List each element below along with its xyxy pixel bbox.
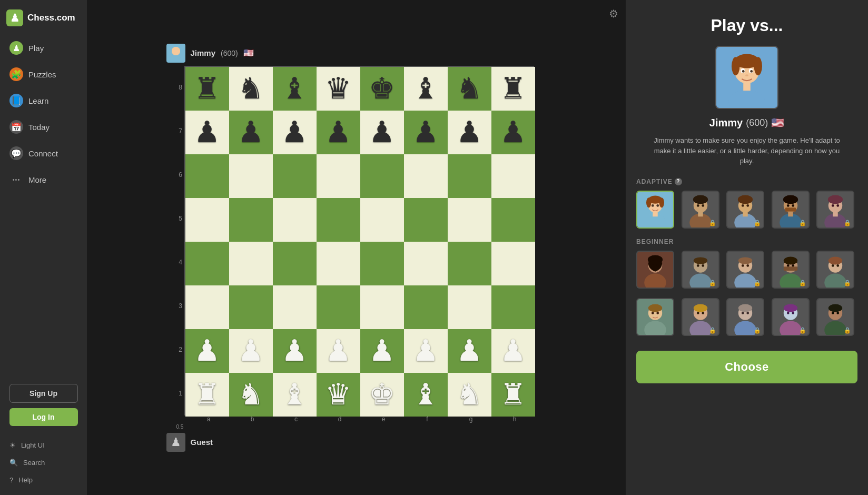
signup-button[interactable]: Sign Up bbox=[9, 384, 78, 403]
beginner-opponent-6[interactable] bbox=[636, 298, 674, 336]
board-cell-5-1[interactable] bbox=[229, 285, 273, 329]
board-cell-5-2[interactable] bbox=[273, 285, 317, 329]
board-cell-2-1[interactable] bbox=[229, 154, 273, 198]
beginner-opponent-7[interactable] bbox=[682, 298, 719, 336]
sidebar-item-play[interactable]: ♟ Play bbox=[0, 35, 87, 61]
board-cell-4-5[interactable] bbox=[404, 242, 448, 285]
adaptive-opponent-jimmy[interactable] bbox=[636, 191, 674, 229]
beginner-opponent-1[interactable] bbox=[636, 251, 674, 289]
board-cell-4-7[interactable] bbox=[491, 242, 535, 285]
board-cell-4-3[interactable] bbox=[317, 242, 360, 285]
board-cell-1-7[interactable]: ♟ bbox=[491, 111, 535, 154]
sidebar-item-connect[interactable]: 💬 Connect bbox=[0, 140, 87, 166]
board-cell-0-0[interactable]: ♜ bbox=[185, 67, 229, 111]
beginner-opponent-2[interactable] bbox=[682, 251, 719, 289]
board-cell-1-5[interactable]: ♟ bbox=[404, 111, 448, 154]
board-cell-3-1[interactable] bbox=[229, 198, 273, 242]
board-cell-6-4[interactable]: ♟ bbox=[360, 329, 404, 373]
beginner-opponent-3[interactable] bbox=[726, 251, 764, 289]
board-cell-1-4[interactable]: ♟ bbox=[360, 111, 404, 154]
login-button[interactable]: Log In bbox=[9, 408, 78, 426]
board-cell-7-2[interactable]: ♝ bbox=[273, 373, 317, 417]
beginner-opponent-4[interactable] bbox=[772, 251, 810, 289]
sidebar-item-help[interactable]: ? Help bbox=[0, 471, 87, 489]
board-cell-4-2[interactable] bbox=[273, 242, 317, 285]
board-cell-3-4[interactable] bbox=[360, 198, 404, 242]
board-cell-6-5[interactable]: ♟ bbox=[404, 329, 448, 373]
board-cell-2-7[interactable] bbox=[491, 154, 535, 198]
board-cell-5-5[interactable] bbox=[404, 285, 448, 329]
board-cell-3-5[interactable] bbox=[404, 198, 448, 242]
adaptive-opponent-5[interactable] bbox=[816, 191, 854, 229]
board-cell-6-3[interactable]: ♟ bbox=[317, 329, 360, 373]
board-cell-5-4[interactable] bbox=[360, 285, 404, 329]
settings-button[interactable]: ⚙ bbox=[609, 7, 618, 20]
board-cell-5-3[interactable] bbox=[317, 285, 360, 329]
board-cell-2-0[interactable] bbox=[185, 154, 229, 198]
chess-piece-bk: ♚ bbox=[369, 74, 395, 103]
board-cell-4-4[interactable] bbox=[360, 242, 404, 285]
sidebar-item-puzzles[interactable]: 🧩 Puzzles bbox=[0, 61, 87, 87]
board-cell-1-1[interactable]: ♟ bbox=[229, 111, 273, 154]
board-cell-6-7[interactable]: ♟ bbox=[491, 329, 535, 373]
board-cell-2-3[interactable] bbox=[317, 154, 360, 198]
board-cell-7-4[interactable]: ♚ bbox=[360, 373, 404, 417]
board-cell-3-0[interactable] bbox=[185, 198, 229, 242]
sidebar-item-learn[interactable]: 📘 Learn bbox=[0, 87, 87, 114]
board-cell-2-4[interactable] bbox=[360, 154, 404, 198]
sidebar-item-light-ui[interactable]: ☀ Light UI bbox=[0, 437, 87, 454]
board-cell-3-2[interactable] bbox=[273, 198, 317, 242]
board-cell-6-1[interactable]: ♟ bbox=[229, 329, 273, 373]
board-cell-4-6[interactable] bbox=[448, 242, 491, 285]
board-cell-3-6[interactable] bbox=[448, 198, 491, 242]
beginner-opponent-8[interactable] bbox=[726, 298, 764, 336]
chess-piece-wp: ♟ bbox=[238, 336, 264, 365]
board-cell-4-0[interactable] bbox=[185, 242, 229, 285]
logo-area[interactable]: ♟ Chess.com bbox=[0, 0, 87, 35]
board-cell-5-6[interactable] bbox=[448, 285, 491, 329]
sidebar-item-more[interactable]: ••• More bbox=[0, 166, 87, 193]
board-cell-6-6[interactable]: ♟ bbox=[448, 329, 491, 373]
adaptive-help-icon[interactable]: ? bbox=[675, 178, 682, 185]
sidebar-item-search[interactable]: 🔍 Search bbox=[0, 454, 87, 471]
board-cell-1-3[interactable]: ♟ bbox=[317, 111, 360, 154]
adaptive-opponent-3[interactable] bbox=[726, 191, 764, 229]
board-cell-6-0[interactable]: ♟ bbox=[185, 329, 229, 373]
beginner-opponent-10[interactable] bbox=[816, 298, 854, 336]
board-cell-2-2[interactable] bbox=[273, 154, 317, 198]
choose-button[interactable]: Choose bbox=[636, 351, 857, 383]
board-cell-3-3[interactable] bbox=[317, 198, 360, 242]
board-cell-0-1[interactable]: ♞ bbox=[229, 67, 273, 111]
board-cell-7-3[interactable]: ♛ bbox=[317, 373, 360, 417]
board-cell-0-5[interactable]: ♝ bbox=[404, 67, 448, 111]
adaptive-opponent-2[interactable] bbox=[682, 191, 719, 229]
board-cell-2-6[interactable] bbox=[448, 154, 491, 198]
board-cell-3-7[interactable] bbox=[491, 198, 535, 242]
board-cell-0-3[interactable]: ♛ bbox=[317, 67, 360, 111]
sidebar-item-today[interactable]: 📅 Today bbox=[0, 114, 87, 140]
svg-point-20 bbox=[652, 204, 654, 207]
board-cell-7-1[interactable]: ♞ bbox=[229, 373, 273, 417]
board-cell-4-1[interactable] bbox=[229, 242, 273, 285]
board-cell-1-6[interactable]: ♟ bbox=[448, 111, 491, 154]
svg-point-1 bbox=[169, 56, 183, 63]
board-cell-5-7[interactable] bbox=[491, 285, 535, 329]
chess-piece-bq: ♛ bbox=[325, 74, 351, 103]
connect-icon: 💬 bbox=[9, 146, 23, 160]
board-cell-7-5[interactable]: ♝ bbox=[404, 373, 448, 417]
board-cell-7-7[interactable]: ♜ bbox=[491, 373, 535, 417]
board-cell-5-0[interactable] bbox=[185, 285, 229, 329]
board-cell-6-2[interactable]: ♟ bbox=[273, 329, 317, 373]
board-cell-1-0[interactable]: ♟ bbox=[185, 111, 229, 154]
board-cell-2-5[interactable] bbox=[404, 154, 448, 198]
board-cell-7-6[interactable]: ♞ bbox=[448, 373, 491, 417]
board-cell-0-4[interactable]: ♚ bbox=[360, 67, 404, 111]
board-cell-0-2[interactable]: ♝ bbox=[273, 67, 317, 111]
board-cell-7-0[interactable]: ♜ bbox=[185, 373, 229, 417]
board-cell-0-6[interactable]: ♞ bbox=[448, 67, 491, 111]
beginner-opponent-9[interactable] bbox=[772, 298, 810, 336]
board-cell-1-2[interactable]: ♟ bbox=[273, 111, 317, 154]
board-cell-0-7[interactable]: ♜ bbox=[491, 67, 535, 111]
beginner-opponent-5[interactable] bbox=[816, 251, 854, 289]
adaptive-opponent-4[interactable] bbox=[772, 191, 810, 229]
